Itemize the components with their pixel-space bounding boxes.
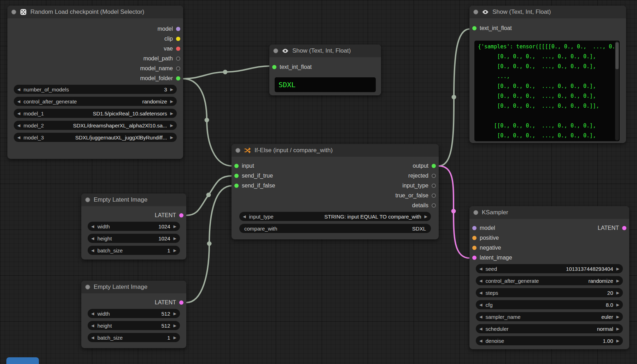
decrement-arrow-icon[interactable]: ◀ bbox=[91, 248, 94, 253]
widget-seed[interactable]: ◀ seed 1013137448293404 ▶ bbox=[476, 264, 623, 273]
increment-arrow-icon[interactable]: ▶ bbox=[174, 248, 176, 253]
output-slot-details[interactable]: details bbox=[396, 201, 439, 210]
collapse-dot[interactable] bbox=[273, 48, 278, 53]
decrement-arrow-icon[interactable]: ◀ bbox=[479, 327, 482, 331]
input-slot-positive[interactable]: positive bbox=[469, 233, 512, 243]
widget-control-after-generate[interactable]: ◀ control_after_generate randomize ▶ bbox=[14, 97, 177, 106]
output-dot-input-type[interactable] bbox=[432, 184, 436, 188]
reroute-dot[interactable] bbox=[451, 209, 456, 214]
node-title-bar[interactable]: Show (Text, Int, Float) bbox=[269, 44, 381, 57]
scrollbar-thumb[interactable] bbox=[615, 42, 619, 69]
decrement-arrow-icon[interactable]: ◀ bbox=[479, 339, 482, 343]
increment-arrow-icon[interactable]: ▶ bbox=[174, 323, 176, 328]
output-dot-details[interactable] bbox=[432, 203, 436, 208]
output-dot-rejected[interactable] bbox=[432, 174, 436, 178]
node-title-bar[interactable]: Empty Latent Image bbox=[81, 281, 186, 293]
node-empty-latent-512[interactable]: Empty Latent Image LATENT ◀ width 512 ▶ … bbox=[81, 281, 186, 348]
widget-model-3[interactable]: ◀ model_3 SDXL/juggernautXL_juggXlByRund… bbox=[14, 133, 177, 142]
input-slot-send-if-false[interactable]: send_if_false bbox=[232, 181, 275, 191]
text-output-display[interactable]: SDXL bbox=[275, 77, 376, 92]
input-slot-send-if-true[interactable]: send_if_true bbox=[232, 171, 275, 181]
input-slot-text-int-float[interactable]: text_int_float bbox=[469, 23, 626, 33]
decrement-arrow-icon[interactable]: ◀ bbox=[91, 335, 94, 340]
increment-arrow-icon[interactable]: ▶ bbox=[170, 99, 173, 104]
widget-width[interactable]: ◀ width 1024 ▶ bbox=[88, 222, 180, 231]
output-dot-model[interactable] bbox=[176, 27, 180, 31]
decrement-arrow-icon[interactable]: ◀ bbox=[91, 236, 94, 241]
output-slot-latent[interactable]: LATENT bbox=[81, 210, 186, 220]
widget-height[interactable]: ◀ height 512 ▶ bbox=[88, 321, 180, 330]
increment-arrow-icon[interactable]: ▶ bbox=[616, 339, 619, 343]
decrement-arrow-icon[interactable]: ◀ bbox=[243, 214, 246, 219]
increment-arrow-icon[interactable]: ▶ bbox=[170, 111, 173, 116]
increment-arrow-icon[interactable]: ▶ bbox=[616, 315, 619, 319]
output-slot-latent[interactable]: LATENT bbox=[598, 223, 629, 233]
reroute-dot[interactable] bbox=[207, 241, 212, 246]
output-slot-output[interactable]: output bbox=[396, 161, 439, 171]
node-title-bar[interactable]: Empty Latent Image bbox=[81, 193, 186, 206]
input-dot-latent-image[interactable] bbox=[472, 256, 477, 260]
input-slot-text-int-float[interactable]: text_int_float bbox=[269, 62, 381, 72]
decrement-arrow-icon[interactable]: ◀ bbox=[91, 311, 94, 316]
output-dot-vae[interactable] bbox=[176, 47, 180, 51]
widget-sampler-name[interactable]: ◀ sampler_name euler ▶ bbox=[476, 312, 623, 321]
input-dot-text-int-float[interactable] bbox=[472, 26, 477, 30]
increment-arrow-icon[interactable]: ▶ bbox=[616, 267, 619, 271]
decrement-arrow-icon[interactable]: ◀ bbox=[17, 123, 20, 128]
increment-arrow-icon[interactable]: ▶ bbox=[616, 279, 619, 283]
decrement-arrow-icon[interactable]: ◀ bbox=[17, 87, 20, 92]
widget-model-1[interactable]: ◀ model_1 SD1.5/picxReal_10.safetensors … bbox=[14, 109, 177, 118]
decrement-arrow-icon[interactable]: ◀ bbox=[479, 267, 482, 271]
increment-arrow-icon[interactable]: ▶ bbox=[174, 311, 176, 316]
node-title-bar[interactable]: Random Load checkpoint (Model Selector) bbox=[7, 6, 183, 18]
output-slot-latent[interactable]: LATENT bbox=[81, 298, 186, 308]
increment-arrow-icon[interactable]: ▶ bbox=[174, 236, 176, 241]
widget-number-of-models[interactable]: ◀ number_of_models 3 ▶ bbox=[14, 85, 177, 94]
decrement-arrow-icon[interactable]: ◀ bbox=[17, 135, 20, 140]
text-output-display[interactable]: {'samples': tensor([[[[0., 0., 0., ..., … bbox=[474, 41, 620, 141]
decrement-arrow-icon[interactable]: ◀ bbox=[91, 323, 94, 328]
increment-arrow-icon[interactable]: ▶ bbox=[170, 135, 173, 140]
widget-model-2[interactable]: ◀ model_2 SDXL/dreamshaperXL_alpha2Xl10.… bbox=[14, 121, 177, 130]
widget-cfg[interactable]: ◀ cfg 8.0 ▶ bbox=[476, 300, 623, 309]
scrollbar-track[interactable] bbox=[615, 41, 619, 141]
collapse-dot[interactable] bbox=[11, 10, 16, 14]
node-random-load-checkpoint[interactable]: Random Load checkpoint (Model Selector) … bbox=[7, 6, 183, 159]
widget-batch-size[interactable]: ◀ batch_size 1 ▶ bbox=[88, 246, 180, 255]
output-dot-output[interactable] bbox=[432, 164, 436, 168]
input-dot-send-if-true[interactable] bbox=[234, 174, 239, 178]
widget-steps[interactable]: ◀ steps 20 ▶ bbox=[476, 288, 623, 297]
node-title-bar[interactable]: If-Else (input / compare_with) bbox=[232, 144, 439, 157]
output-dot-latent[interactable] bbox=[622, 226, 626, 230]
input-slot-latent-image[interactable]: latent_image bbox=[469, 253, 512, 263]
collapse-dot[interactable] bbox=[85, 285, 90, 290]
increment-arrow-icon[interactable]: ▶ bbox=[616, 291, 619, 295]
output-slot-model-folder[interactable]: model_folder bbox=[7, 73, 183, 83]
input-dot-model[interactable] bbox=[472, 226, 477, 230]
output-slot-true-or-false[interactable]: true_or_false bbox=[396, 191, 439, 201]
increment-arrow-icon[interactable]: ▶ bbox=[174, 335, 176, 340]
node-show-text-right[interactable]: Show (Text, Int, Float) text_int_float {… bbox=[469, 6, 626, 143]
input-dot-send-if-false[interactable] bbox=[234, 184, 239, 188]
output-slot-model[interactable]: model bbox=[7, 24, 183, 34]
output-slot-model-path[interactable]: model_path bbox=[7, 54, 183, 64]
decrement-arrow-icon[interactable]: ◀ bbox=[479, 291, 482, 295]
wire-model-folder-to-if-else-input[interactable] bbox=[183, 79, 232, 166]
node-title-bar[interactable]: Show (Text, Int, Float) bbox=[469, 6, 626, 18]
collapse-dot[interactable] bbox=[235, 148, 240, 153]
input-slot-model[interactable]: model bbox=[469, 223, 512, 233]
widget-batch-size[interactable]: ◀ batch_size 1 ▶ bbox=[88, 333, 180, 342]
node-ksampler[interactable]: KSampler model positive negative lat bbox=[469, 206, 629, 349]
output-slot-vae[interactable]: vae bbox=[7, 44, 183, 54]
decrement-arrow-icon[interactable]: ◀ bbox=[479, 279, 482, 283]
widget-control-after-generate[interactable]: ◀ control_after_generate randomize ▶ bbox=[476, 276, 623, 285]
output-dot-latent[interactable] bbox=[179, 213, 183, 217]
input-dot-negative[interactable] bbox=[472, 246, 477, 250]
partial-node-offscreen[interactable] bbox=[6, 357, 39, 364]
reroute-dot[interactable] bbox=[452, 95, 456, 100]
output-slot-model-name[interactable]: model_name bbox=[7, 64, 183, 73]
output-slot-clip[interactable]: clip bbox=[7, 34, 183, 44]
collapse-dot[interactable] bbox=[473, 210, 478, 215]
output-dot-latent[interactable] bbox=[179, 300, 183, 305]
decrement-arrow-icon[interactable]: ◀ bbox=[17, 99, 20, 104]
